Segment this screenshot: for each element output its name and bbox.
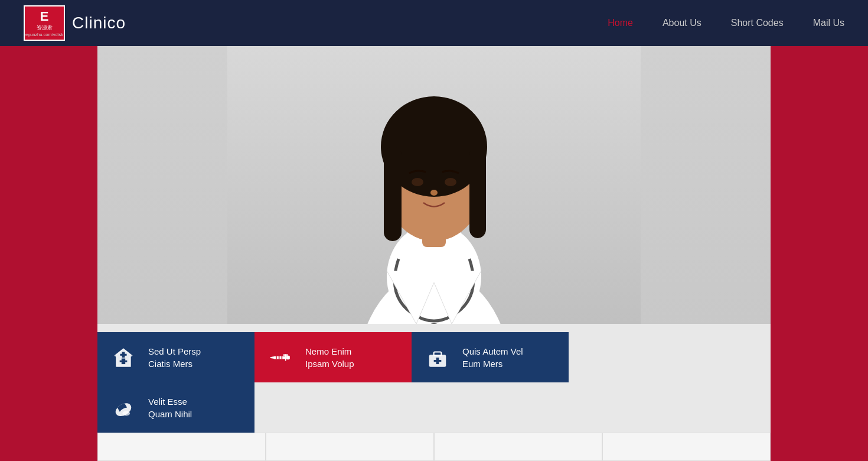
medkit-icon — [423, 343, 452, 372]
bottom-box-1 — [97, 433, 266, 461]
logo-badge: E 资源君 eyunzhu.com/vdisk — [24, 5, 65, 41]
site-title: Clinico — [72, 14, 126, 33]
nav-home[interactable]: Home — [608, 18, 633, 28]
card-syringe[interactable]: Nemo Enim Ipsam Volup — [254, 332, 412, 382]
cards-bottom-row: Velit Esse Quam Nihil — [97, 382, 771, 433]
nav-about[interactable]: About Us — [663, 18, 701, 28]
svg-rect-22 — [282, 356, 283, 359]
cards-top-row: Sed Ut Persp Ciatis Mers — [97, 332, 771, 382]
svg-rect-21 — [279, 356, 280, 359]
card4-text: Velit Esse Quam Nihil — [148, 395, 192, 420]
doctor-illustration — [227, 46, 641, 324]
svg-rect-26 — [434, 352, 442, 355]
bottom-box-3 — [434, 433, 602, 461]
logo-letter: E — [40, 9, 49, 24]
svg-rect-15 — [120, 353, 126, 355]
side-panel-left — [0, 46, 97, 461]
bottom-boxes — [97, 433, 771, 461]
svg-rect-20 — [276, 356, 277, 359]
logo-chinese: 资源君 — [37, 24, 53, 32]
site-header: E 资源君 eyunzhu.com/vdisk Clinico Home Abo… — [0, 0, 868, 46]
pill-icon — [109, 394, 138, 422]
svg-rect-19 — [270, 357, 272, 358]
card3-text: Quis Autem Vel Eum Mers — [462, 345, 523, 370]
bottom-box-2 — [266, 433, 434, 461]
card1-text: Sed Ut Persp Ciatis Mers — [148, 345, 201, 370]
feature-cards: Sed Ut Persp Ciatis Mers — [97, 332, 771, 433]
logo-subdomain: eyunzhu.com/vdisk — [25, 32, 63, 37]
card-pill[interactable]: Velit Esse Quam Nihil — [97, 382, 254, 433]
nav-shortcodes[interactable]: Short Codes — [731, 18, 784, 28]
svg-rect-7 — [469, 147, 486, 238]
card-hospital[interactable]: Sed Ut Persp Ciatis Mers — [97, 332, 254, 382]
side-panel-right — [771, 46, 868, 461]
svg-point-8 — [412, 178, 423, 186]
main-nav: Home About Us Short Codes Mail Us — [608, 18, 844, 28]
hospital-icon — [109, 343, 138, 372]
hero-image — [97, 46, 771, 324]
nav-mailUs[interactable]: Mail Us — [813, 18, 844, 28]
bottom-box-4 — [602, 433, 771, 461]
card2-text: Nemo Enim Ipsam Volup — [305, 345, 354, 370]
svg-point-10 — [430, 190, 438, 196]
svg-rect-16 — [273, 356, 286, 359]
logo-area: E 资源君 eyunzhu.com/vdisk Clinico — [24, 5, 126, 41]
svg-rect-13 — [120, 360, 128, 362]
hero-wrapper: Sed Ut Persp Ciatis Mers — [97, 46, 771, 461]
svg-point-30 — [122, 411, 130, 415]
svg-rect-17 — [286, 355, 290, 359]
svg-point-29 — [113, 400, 133, 418]
svg-rect-24 — [283, 354, 288, 355]
svg-rect-6 — [384, 147, 402, 241]
svg-point-9 — [445, 178, 456, 186]
syringe-icon — [266, 343, 295, 372]
svg-rect-28 — [434, 359, 442, 361]
card-medkit[interactable]: Quis Autem Vel Eum Mers — [412, 332, 569, 382]
